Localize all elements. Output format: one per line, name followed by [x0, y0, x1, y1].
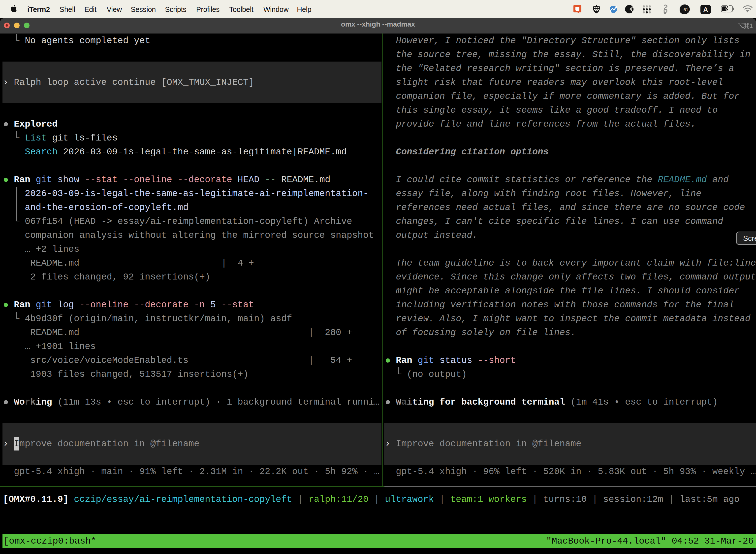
svg-text:1: 1 [750, 23, 753, 29]
